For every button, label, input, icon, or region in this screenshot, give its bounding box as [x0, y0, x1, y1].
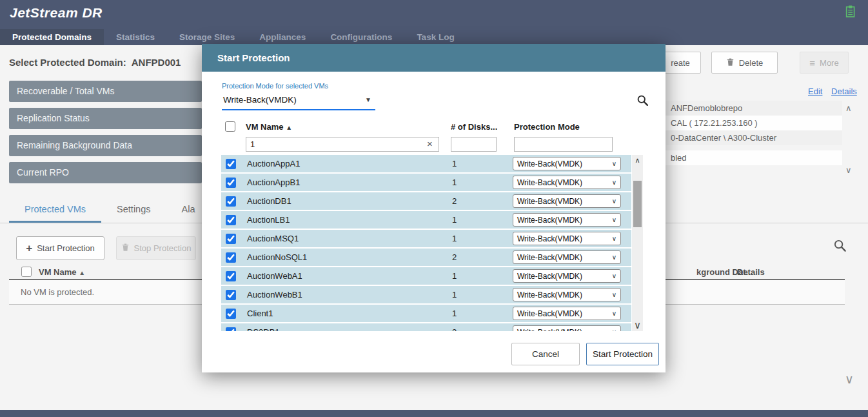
vm-disk-count: 3 [452, 327, 513, 331]
jetstream-dr-app: JetStream DR Protected Domains Statistic… [0, 0, 868, 417]
vm-protection-mode-value: Write-Back(VMDK) [517, 178, 582, 187]
dropdown-arrow-icon: ▼ [365, 96, 371, 103]
vm-name: AuctionLB1 [247, 215, 452, 225]
vm-disk-count: 1 [452, 290, 513, 300]
vm-protection-mode-value: Write-Back(VMDK) [517, 290, 582, 300]
vm-row[interactable]: DS3DB1 3 Write-Back(VMDK) ∨ [221, 323, 631, 331]
mode-filter-input[interactable] [514, 137, 613, 152]
protection-mode-value: Write-Back(VMDK) [223, 95, 297, 105]
vm-protection-mode-select[interactable]: Write-Back(VMDK) ∨ [513, 194, 621, 208]
modal-column-disks[interactable]: # of Disks... [451, 122, 497, 132]
chevron-down-icon: ∨ [612, 179, 616, 186]
vm-protection-mode-select[interactable]: Write-Back(VMDK) ∨ [513, 325, 621, 331]
chevron-down-icon: ∨ [612, 291, 616, 298]
vm-row-checkbox[interactable] [226, 215, 236, 225]
vm-name: AuctionNoSQL1 [247, 252, 452, 262]
vm-name-filter-input[interactable] [246, 137, 439, 152]
chevron-down-icon: ∨ [612, 235, 616, 242]
vm-protection-mode-value: Write-Back(VMDK) [517, 159, 582, 168]
chevron-down-icon: ∨ [612, 329, 616, 331]
vm-disk-count: 1 [452, 215, 513, 225]
scroll-up-icon[interactable]: ∧ [632, 156, 643, 165]
vm-protection-mode-value: Write-Back(VMDK) [517, 328, 582, 332]
vm-protection-mode-select[interactable]: Write-Back(VMDK) ∨ [513, 213, 621, 227]
start-protection-dialog: Start Protection Protection Mode for sel… [202, 44, 666, 372]
vm-name: AuctionDB1 [247, 196, 452, 206]
chevron-down-icon: ∨ [612, 216, 616, 223]
vm-protection-mode-value: Write-Back(VMDK) [517, 253, 582, 262]
vm-name: AuctionAppA1 [247, 159, 452, 168]
search-icon[interactable] [636, 94, 649, 109]
vm-row-checkbox[interactable] [226, 252, 236, 263]
vm-row-checkbox[interactable] [226, 290, 236, 300]
clear-filter-icon[interactable]: × [427, 138, 433, 149]
cancel-button[interactable]: Cancel [511, 343, 580, 365]
vm-row[interactable]: AuctionMSQ1 1 Write-Back(VMDK) ∨ [221, 230, 631, 247]
vm-name: AuctionWebB1 [247, 290, 452, 300]
vm-disk-count: 2 [452, 252, 513, 262]
vm-row-checkbox[interactable] [226, 196, 236, 207]
vm-row[interactable]: AuctionWebA1 1 Write-Back(VMDK) ∨ [221, 267, 631, 285]
chevron-down-icon: ∨ [612, 160, 616, 167]
modal-vm-name-header-label: VM Name [246, 122, 284, 132]
vm-disk-count: 1 [452, 271, 513, 281]
vm-row-checkbox[interactable] [226, 159, 236, 169]
vm-protection-mode-select[interactable]: Write-Back(VMDK) ∨ [513, 250, 621, 264]
vm-row-checkbox[interactable] [226, 234, 236, 244]
start-protection-submit-button[interactable]: Start Protection [586, 343, 659, 365]
vm-disk-count: 1 [452, 234, 513, 243]
chevron-down-icon: ∨ [612, 198, 616, 205]
vm-name: Client1 [247, 309, 452, 318]
vm-row-checkbox[interactable] [226, 327, 236, 332]
vm-disk-count: 1 [452, 178, 513, 187]
protection-mode-label: Protection Mode for selected VMs [222, 82, 328, 90]
modal-vm-list: AuctionAppA1 1 Write-Back(VMDK) ∨ Auctio… [221, 155, 631, 331]
vm-row[interactable]: AuctionAppB1 1 Write-Back(VMDK) ∨ [221, 174, 631, 191]
vm-protection-mode-value: Write-Back(VMDK) [517, 309, 582, 318]
modal-column-protection-mode[interactable]: Protection Mode [514, 122, 580, 132]
dialog-header: Start Protection [202, 44, 666, 72]
chevron-down-icon: ∨ [612, 272, 616, 280]
vm-disk-count: 2 [452, 196, 513, 206]
chevron-down-icon: ∨ [612, 254, 616, 261]
vm-name: AuctionWebA1 [247, 271, 452, 281]
vm-row[interactable]: AuctionNoSQL1 2 Write-Back(VMDK) ∨ [221, 249, 631, 266]
vm-row-checkbox[interactable] [226, 309, 236, 319]
vm-protection-mode-value: Write-Back(VMDK) [517, 216, 582, 225]
vm-row[interactable]: AuctionWebB1 1 Write-Back(VMDK) ∨ [221, 286, 631, 303]
vm-name: DS3DB1 [247, 327, 452, 331]
vm-name: AuctionMSQ1 [247, 234, 452, 243]
vm-protection-mode-value: Write-Back(VMDK) [517, 272, 582, 281]
vm-protection-mode-value: Write-Back(VMDK) [517, 197, 582, 206]
vm-row[interactable]: AuctionLB1 1 Write-Back(VMDK) ∨ [221, 211, 631, 229]
modal-scrollbar[interactable]: ∧ ∨ [632, 155, 643, 331]
vm-disk-count: 1 [452, 309, 513, 318]
vm-row[interactable]: AuctionDB1 2 Write-Back(VMDK) ∨ [221, 192, 631, 210]
modal-select-all-checkbox[interactable] [225, 121, 235, 132]
scrollbar-thumb[interactable] [633, 181, 642, 227]
vm-protection-mode-select[interactable]: Write-Back(VMDK) ∨ [513, 232, 621, 245]
vm-protection-mode-select[interactable]: Write-Back(VMDK) ∨ [513, 269, 621, 283]
sort-asc-icon: ▲ [286, 124, 292, 131]
dialog-title: Start Protection [202, 44, 666, 72]
vm-row[interactable]: AuctionAppA1 1 Write-Back(VMDK) ∨ [221, 155, 631, 172]
vm-protection-mode-select[interactable]: Write-Back(VMDK) ∨ [513, 307, 621, 320]
vm-protection-mode-select[interactable]: Write-Back(VMDK) ∨ [513, 157, 621, 170]
vm-protection-mode-select[interactable]: Write-Back(VMDK) ∨ [513, 176, 621, 189]
vm-name: AuctionAppB1 [247, 178, 452, 187]
chevron-down-icon: ∨ [612, 310, 616, 317]
vm-row[interactable]: Client1 1 Write-Back(VMDK) ∨ [221, 305, 631, 322]
protection-mode-select[interactable]: Write-Back(VMDK) ▼ [222, 93, 375, 110]
disks-filter-input[interactable] [451, 137, 497, 152]
vm-row-checkbox[interactable] [226, 271, 236, 281]
vm-protection-mode-select[interactable]: Write-Back(VMDK) ∨ [513, 288, 621, 301]
modal-column-vm-name[interactable]: VM Name ▲ [246, 122, 292, 132]
vm-row-checkbox[interactable] [226, 178, 236, 188]
vm-disk-count: 1 [452, 159, 513, 168]
vm-protection-mode-value: Write-Back(VMDK) [517, 234, 582, 243]
scroll-down-icon[interactable]: ∨ [632, 320, 643, 331]
